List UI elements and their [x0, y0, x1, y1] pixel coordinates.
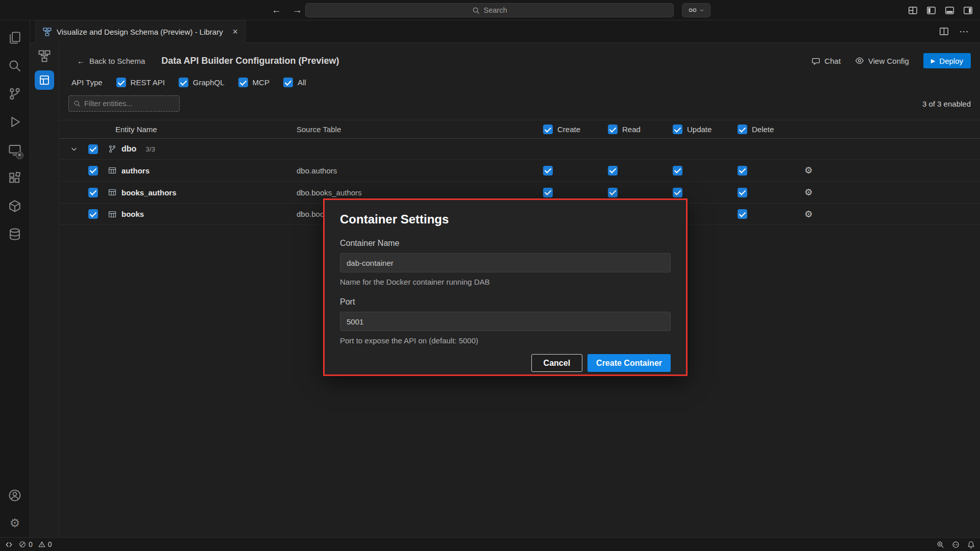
create-checkbox[interactable] — [543, 166, 553, 176]
delete-checkbox[interactable] — [738, 188, 747, 197]
schema-branch-icon — [108, 145, 116, 153]
all-checkbox[interactable] — [283, 78, 293, 87]
more-actions-icon[interactable]: ⋯ — [959, 26, 969, 37]
read-checkbox[interactable] — [608, 166, 618, 176]
port-help: Port to expose the API on (default: 5000… — [340, 336, 671, 345]
account-icon[interactable] — [3, 481, 27, 509]
notifications-bell-icon[interactable] — [967, 541, 975, 548]
back-to-schema-label: Back to Schema — [89, 57, 145, 65]
delete-checkbox[interactable] — [738, 209, 747, 219]
error-icon — [19, 541, 26, 548]
port-input[interactable] — [340, 312, 671, 331]
command-center-search[interactable]: Search — [305, 3, 674, 17]
group-count: 3/3 — [145, 145, 155, 153]
deploy-button[interactable]: ▶ Deploy — [923, 53, 971, 68]
chevron-down-icon — [699, 8, 704, 13]
split-editor-icon[interactable] — [939, 27, 949, 36]
customize-layout-icon[interactable] — [908, 6, 918, 15]
zoom-icon[interactable] — [937, 541, 944, 548]
back-arrow-icon: ← — [77, 57, 85, 65]
filter-mcp[interactable]: MCP — [238, 78, 270, 87]
update-column-header: Update — [673, 124, 738, 134]
flow-icon — [689, 6, 697, 14]
container-name-input[interactable] — [340, 253, 671, 272]
filter-all[interactable]: All — [283, 78, 306, 87]
view-config-button[interactable]: View Config — [855, 56, 909, 65]
entity-name-header: Entity Name — [103, 125, 284, 134]
row-select-checkbox[interactable] — [88, 166, 98, 176]
row-settings-gear-icon[interactable]: ⚙ — [804, 165, 813, 176]
remote-indicator[interactable] — [5, 541, 13, 548]
source-table: dbo.authors — [284, 166, 543, 175]
settings-gear-icon[interactable]: ⚙ — [3, 509, 27, 537]
chat-button[interactable]: Chat — [812, 57, 841, 65]
create-checkbox[interactable] — [543, 188, 553, 197]
source-control-icon[interactable] — [3, 80, 27, 108]
eye-icon — [855, 56, 864, 65]
row-settings-gear-icon[interactable]: ⚙ — [804, 187, 813, 197]
extensions-icon[interactable] — [3, 164, 27, 192]
read-all-checkbox[interactable] — [608, 124, 618, 134]
delete-all-checkbox[interactable] — [738, 124, 747, 134]
toggle-primary-sidebar-icon[interactable] — [926, 6, 936, 15]
deploy-label: Deploy — [939, 57, 963, 65]
update-all-checkbox[interactable] — [673, 124, 682, 134]
filter-entities-input[interactable] — [84, 99, 180, 108]
container-name-label: Container Name — [340, 239, 671, 248]
filter-graphql[interactable]: GraphQL — [179, 78, 225, 87]
back-to-schema-link[interactable]: ← Back to Schema — [77, 57, 145, 65]
group-select-checkbox[interactable] — [88, 144, 98, 154]
graphql-checkbox[interactable] — [179, 78, 188, 87]
tab-close-icon[interactable]: × — [232, 27, 238, 37]
enabled-summary: 3 of 3 enabled — [922, 99, 971, 108]
title-bar: ← → Search — [0, 0, 980, 20]
page-title: Data API Builder Configuration (Preview) — [161, 56, 339, 66]
status-bar: 0 0 — [0, 537, 980, 551]
schema-group-row: dbo 3/3 — [59, 139, 980, 159]
chat-icon — [812, 57, 820, 65]
source-table-header: Source Table — [284, 125, 543, 134]
database-projects-icon[interactable] — [3, 192, 27, 220]
table-row: authors dbo.authors ⚙ — [59, 159, 980, 181]
create-container-button[interactable]: Create Container — [587, 354, 671, 372]
delete-checkbox[interactable] — [738, 166, 747, 176]
collapse-chevron-icon[interactable] — [59, 145, 83, 153]
port-label: Port — [340, 297, 671, 307]
explorer-icon[interactable] — [3, 23, 27, 52]
update-checkbox[interactable] — [673, 188, 682, 197]
rest-api-checkbox[interactable] — [116, 78, 126, 87]
read-column-header: Read — [608, 124, 673, 134]
copilot-icon[interactable] — [952, 541, 960, 548]
schema-designer-icon[interactable] — [38, 50, 51, 62]
filter-rest-api[interactable]: REST API — [116, 78, 165, 87]
mcp-checkbox[interactable] — [238, 78, 248, 87]
search-icon — [472, 7, 480, 14]
back-arrow-icon[interactable]: ← — [272, 5, 281, 16]
problems-indicator[interactable]: 0 0 — [19, 540, 52, 548]
play-icon: ▶ — [931, 58, 935, 64]
row-settings-gear-icon[interactable]: ⚙ — [804, 209, 813, 219]
toggle-panel-icon[interactable] — [945, 6, 954, 15]
tab-bar: Visualize and Design Schema (Preview) - … — [30, 20, 980, 43]
search-sidebar-icon[interactable] — [3, 52, 27, 80]
read-checkbox[interactable] — [608, 188, 618, 197]
dab-configuration-icon[interactable] — [35, 70, 54, 90]
tab-visualize-schema[interactable]: Visualize and Design Schema (Preview) - … — [35, 20, 246, 43]
cancel-button[interactable]: Cancel — [531, 354, 582, 372]
layout-flow-dropdown[interactable] — [682, 3, 710, 17]
row-select-checkbox[interactable] — [88, 209, 98, 219]
entity-name: books_authors — [121, 188, 177, 197]
update-checkbox[interactable] — [673, 166, 682, 176]
forward-arrow-icon[interactable]: → — [292, 5, 302, 16]
remote-explorer-icon[interactable]: ✕ — [3, 136, 27, 164]
run-debug-icon[interactable] — [3, 108, 27, 136]
all-label: All — [298, 78, 306, 87]
container-name-help: Name for the Docker container running DA… — [340, 278, 671, 286]
rest-api-label: REST API — [131, 78, 165, 87]
database-icon[interactable] — [3, 220, 27, 248]
row-select-checkbox[interactable] — [88, 188, 98, 197]
schema-tab-icon — [43, 28, 52, 36]
mcp-label: MCP — [253, 78, 270, 87]
create-all-checkbox[interactable] — [543, 124, 553, 134]
toggle-secondary-sidebar-icon[interactable] — [963, 6, 973, 15]
